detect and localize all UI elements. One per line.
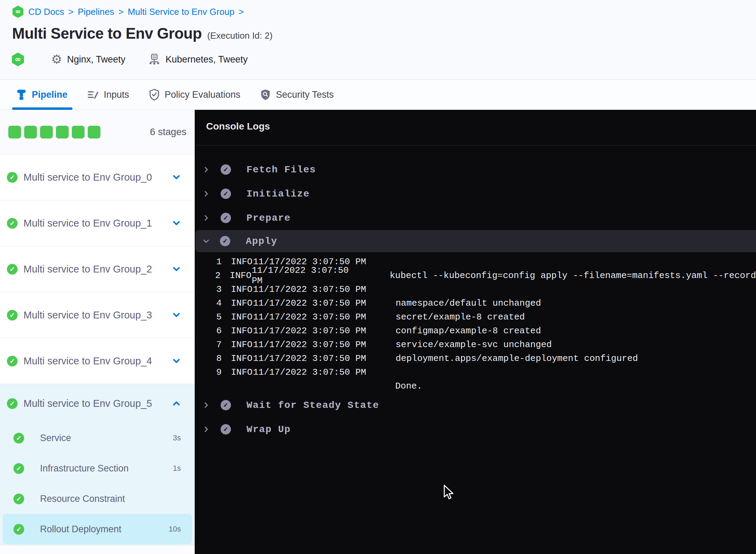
step-row-resource-constraint[interactable]: ✓ Resource Constraint: [3, 484, 192, 514]
pipeline-execution-page: ∞ CD Docs > Pipelines > Multi Service to…: [0, 0, 756, 554]
log-message: secret/example-8 created: [396, 312, 525, 322]
step-row-rollout-deployment[interactable]: ✓ Rollout Deployment 10s: [3, 514, 192, 544]
log-timestamp: 11/17/2022 3:07:50 PM: [253, 326, 366, 336]
log-line: 9 INFO 11/17/2022 3:07:50 PM: [195, 365, 756, 379]
tab-inputs[interactable]: Inputs: [87, 80, 129, 110]
breadcrumb: ∞ CD Docs > Pipelines > Multi Service to…: [12, 6, 244, 18]
breadcrumb-separator: >: [239, 7, 244, 17]
stage-status-square: [24, 126, 37, 138]
breadcrumb-pipeline-name[interactable]: Multi Service to Env Group: [128, 7, 234, 17]
breadcrumb-cd-docs[interactable]: CD Docs: [28, 7, 64, 17]
log-timestamp: 11/17/2022 3:07:50 PM: [253, 298, 366, 308]
step-row-infrastructure-section[interactable]: ✓ Infrastructure Section 1s: [3, 453, 192, 484]
log-line: 5 INFO 11/17/2022 3:07:50 PM secret/exam…: [195, 310, 756, 324]
step-duration: 1s: [173, 464, 181, 473]
log-line-number: 3: [195, 284, 222, 295]
stage-row[interactable]: ✓ Multi service to Env Group_3: [0, 292, 195, 338]
log-message: configmap/example-8 created: [396, 326, 541, 336]
stage-row-expanded[interactable]: ✓ Multi service to Env Group_5: [0, 384, 195, 423]
svg-text:∞: ∞: [15, 55, 21, 64]
stage-status-square: [72, 126, 85, 138]
step-success-check-icon: ✓: [220, 236, 230, 246]
console-section-prepare[interactable]: ✓ Prepare: [195, 206, 756, 230]
log-timestamp: 11/17/2022 3:07:50 PM: [253, 312, 366, 322]
tab-security-tests[interactable]: Security Tests: [260, 80, 334, 110]
inputs-icon: [87, 88, 99, 101]
log-done-message: Done.: [195, 379, 756, 393]
log-line-number: 5: [195, 312, 222, 322]
log-level: INFO: [231, 353, 253, 364]
log-level: INFO: [231, 367, 253, 378]
breadcrumb-pipelines[interactable]: Pipelines: [78, 7, 114, 17]
tab-policy-evaluations[interactable]: Policy Evaluations: [148, 80, 240, 110]
chevron-down-icon[interactable]: [171, 218, 182, 228]
log-block: 1 INFO 11/17/2022 3:07:50 PM 2 INFO 11/1…: [195, 252, 756, 393]
chevron-right-icon: [202, 214, 210, 222]
pipeline-icon: [16, 88, 27, 101]
step-label: Rollout Deployment: [40, 524, 169, 535]
console-divider: [195, 145, 756, 145]
success-check-icon: ✓: [13, 433, 24, 443]
gear-icon: ⚙: [51, 53, 62, 66]
title-row: Multi Service to Env Group (Execution Id…: [12, 25, 273, 42]
stage-row[interactable]: ✓ Multi service to Env Group_4: [0, 338, 195, 384]
success-check-icon: ✓: [7, 398, 18, 409]
log-line: 6 INFO 11/17/2022 3:07:50 PM configmap/e…: [195, 324, 756, 338]
stage-label: Multi service to Env Group_1: [23, 218, 171, 229]
success-check-icon: ✓: [7, 172, 18, 183]
success-check-icon: ✓: [7, 356, 18, 366]
chevron-down-icon[interactable]: [171, 310, 182, 320]
chevron-up-icon[interactable]: [171, 398, 182, 409]
stage-row[interactable]: ✓ Multi service to Env Group_2: [0, 246, 195, 292]
stage-label: Multi service to Env Group_4: [23, 355, 171, 367]
stage-status-square: [8, 126, 21, 138]
tab-bar: Pipeline Inputs Policy Evaluati: [0, 80, 756, 110]
success-check-icon: ✓: [7, 264, 18, 275]
stage-label: Multi service to Env Group_0: [23, 172, 171, 183]
chevron-right-icon: [202, 401, 210, 409]
stage-label: Multi service to Env Group_5: [23, 398, 171, 409]
log-message: service/example-svc unchanged: [396, 340, 552, 350]
console-body: ✓ Fetch Files ✓ Initialize ✓ Prepare: [195, 157, 756, 441]
stage-label: Multi service to Env Group_3: [23, 309, 171, 321]
console-logs-title: Console Logs: [206, 121, 270, 132]
step-success-check-icon: ✓: [221, 213, 231, 223]
console-section-apply-expanded[interactable]: ✓ Apply: [195, 230, 756, 252]
log-line: 3 INFO 11/17/2022 3:07:50 PM: [195, 283, 756, 296]
success-check-icon: ✓: [7, 218, 18, 229]
chevron-down-icon[interactable]: [171, 172, 182, 182]
console-section-wait-for-steady-state[interactable]: ✓ Wait for Steady State: [195, 393, 756, 417]
tab-pipeline[interactable]: Pipeline: [16, 80, 68, 110]
kubernetes-icon: [148, 53, 161, 66]
console-section-initialize[interactable]: ✓ Initialize: [195, 182, 756, 206]
chevron-down-icon: [202, 237, 210, 245]
infrastructure-label: Kubernetes, Tweety: [165, 54, 248, 65]
stage-status-square: [40, 126, 53, 138]
step-success-check-icon: ✓: [221, 189, 231, 199]
harness-cd-logo-icon: ∞: [12, 6, 24, 18]
page-title: Multi Service to Env Group: [12, 25, 202, 42]
console-section-wrap-up[interactable]: ✓ Wrap Up: [195, 417, 756, 441]
log-line-number: 1: [195, 257, 222, 267]
log-timestamp: 11/17/2022 3:07:50 PM: [253, 340, 366, 350]
shield-search-icon: [260, 88, 271, 101]
step-label: Service: [40, 433, 173, 443]
chevron-down-icon[interactable]: [171, 264, 182, 274]
log-level: INFO: [231, 298, 253, 308]
step-label: Infrastructure Section: [40, 463, 173, 474]
log-level: INFO: [231, 326, 253, 336]
log-level: INFO: [231, 312, 253, 322]
log-line: 4 INFO 11/17/2022 3:07:50 PM namespace/d…: [195, 296, 756, 310]
console-section-fetch-files[interactable]: ✓ Fetch Files: [195, 157, 756, 182]
chevron-down-icon[interactable]: [171, 356, 182, 366]
services-row: ∞ ⚙ Nginx, Tweety: [11, 52, 248, 66]
stage-row[interactable]: ✓ Multi service to Env Group_1: [0, 200, 195, 246]
stages-panel: 6 stages ✓ Multi service to Env Group_0 …: [0, 110, 195, 554]
console-section-label: Prepare: [246, 213, 291, 223]
step-row-service[interactable]: ✓ Service 3s: [3, 423, 192, 453]
log-line-number: 8: [195, 353, 222, 364]
infrastructure-group: Kubernetes, Tweety: [148, 53, 248, 66]
tab-security-tests-label: Security Tests: [276, 89, 334, 100]
stage-row[interactable]: ✓ Multi service to Env Group_0: [0, 154, 195, 200]
log-line: 7 INFO 11/17/2022 3:07:50 PM service/exa…: [195, 338, 756, 352]
